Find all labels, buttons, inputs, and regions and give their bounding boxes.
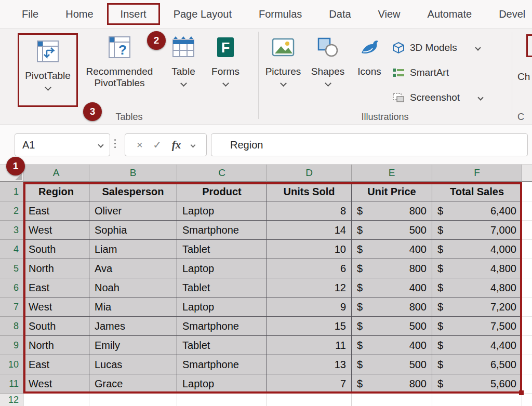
cell[interactable]: $800	[352, 201, 432, 221]
cell[interactable]: Noah	[89, 278, 177, 297]
cell[interactable]: South	[23, 240, 89, 259]
cell[interactable]: Laptop	[177, 374, 267, 394]
cell[interactable]: $800	[352, 259, 432, 278]
screenshot-item[interactable]: Screenshot	[392, 89, 483, 106]
cell[interactable]: Ava	[89, 259, 177, 278]
column-header-c[interactable]: C	[177, 165, 267, 182]
cell[interactable]: Product	[177, 182, 267, 201]
cell[interactable]	[23, 394, 89, 406]
cell[interactable]: 11	[267, 336, 352, 355]
cell[interactable]: 12	[267, 278, 352, 297]
row-header-1[interactable]: 1	[0, 182, 23, 201]
cell[interactable]: James	[89, 317, 177, 336]
cell[interactable]	[432, 394, 522, 406]
cell[interactable]: Lucas	[89, 355, 177, 374]
cell[interactable]: $7,200	[432, 297, 522, 317]
tab-automate[interactable]: Automate	[414, 3, 486, 25]
cell[interactable]	[352, 394, 432, 406]
cell[interactable]	[89, 394, 177, 406]
cell[interactable]: Units Sold	[267, 182, 352, 201]
empty-cell[interactable]	[522, 259, 532, 278]
cell[interactable]: Liam	[89, 240, 177, 259]
forms-button[interactable]: F Forms	[206, 35, 245, 86]
row-header-3[interactable]: 3	[0, 221, 23, 240]
cell[interactable]: $4,400	[432, 336, 522, 355]
row-header-11[interactable]: 11	[0, 374, 23, 394]
cell[interactable]: $6,500	[432, 355, 522, 374]
cell[interactable]: $400	[352, 336, 432, 355]
cell[interactable]: East	[23, 201, 89, 221]
column-header-f[interactable]: F	[432, 165, 522, 182]
cell[interactable]: Mia	[89, 297, 177, 317]
cell[interactable]: $6,400	[432, 201, 522, 221]
cell[interactable]: Sophia	[89, 221, 177, 240]
column-header-e[interactable]: E	[352, 165, 432, 182]
cell[interactable]: West	[23, 297, 89, 317]
empty-cell[interactable]	[522, 374, 532, 394]
shapes-button[interactable]: Shapes	[309, 35, 347, 86]
cell[interactable]: Salesperson	[89, 182, 177, 201]
empty-cell[interactable]	[522, 221, 532, 240]
cell[interactable]: Tablet	[177, 278, 267, 297]
empty-cell[interactable]	[522, 201, 532, 221]
tab-insert[interactable]: Insert	[107, 3, 160, 25]
tab-devel[interactable]: Devel	[485, 3, 532, 25]
insert-function-icon[interactable]: fx	[172, 139, 181, 152]
smartart-item[interactable]: SmartArt	[392, 64, 449, 82]
cell[interactable]: Oliver	[89, 201, 177, 221]
cell[interactable]: South	[23, 317, 89, 336]
empty-cell[interactable]	[522, 336, 532, 355]
empty-cell[interactable]	[522, 394, 532, 406]
3d-models-item[interactable]: 3D Models	[392, 39, 480, 57]
cell[interactable]	[177, 394, 267, 406]
row-header-6[interactable]: 6	[0, 278, 23, 297]
tab-data[interactable]: Data	[315, 3, 364, 25]
formula-input[interactable]: Region	[211, 133, 528, 156]
cell[interactable]: Laptop	[177, 297, 267, 317]
cell[interactable]: $7,000	[432, 221, 522, 240]
enter-icon[interactable]: ✓	[153, 139, 162, 151]
cell[interactable]: $4,000	[432, 240, 522, 259]
cell[interactable]: $5,600	[432, 374, 522, 394]
cell[interactable]: 15	[267, 317, 352, 336]
pictures-button[interactable]: Pictures	[264, 35, 302, 86]
name-box[interactable]: A1	[15, 133, 110, 156]
cell[interactable]: $4,800	[432, 259, 522, 278]
cell[interactable]: Grace	[89, 374, 177, 394]
cell[interactable]: North	[23, 259, 89, 278]
cell[interactable]: Smartphone	[177, 355, 267, 374]
cell[interactable]: Laptop	[177, 259, 267, 278]
empty-cell[interactable]	[522, 355, 532, 374]
cell[interactable]: $500	[352, 317, 432, 336]
column-header-b[interactable]: B	[89, 165, 177, 182]
cell[interactable]: 9	[267, 297, 352, 317]
cell[interactable]: $4,800	[432, 278, 522, 297]
table-button[interactable]: Table	[164, 35, 203, 86]
tab-home[interactable]: Home	[52, 3, 107, 25]
icons-button[interactable]: Icons	[352, 35, 387, 77]
tab-view[interactable]: View	[365, 3, 414, 25]
row-header-7[interactable]: 7	[0, 297, 23, 317]
cell[interactable]: 10	[267, 240, 352, 259]
row-header-4[interactable]: 4	[0, 240, 23, 259]
cell[interactable]: $400	[352, 240, 432, 259]
cell[interactable]: West	[23, 374, 89, 394]
cell[interactable]: $800	[352, 374, 432, 394]
cell[interactable]: 13	[267, 355, 352, 374]
cell[interactable]: $400	[352, 278, 432, 297]
row-header-2[interactable]: 2	[0, 201, 23, 221]
pivottable-button[interactable]: PivotTable	[18, 33, 78, 107]
cell[interactable]: $500	[352, 221, 432, 240]
cell[interactable]: Laptop	[177, 201, 267, 221]
cell[interactable]: East	[23, 355, 89, 374]
empty-cell[interactable]	[522, 240, 532, 259]
cell[interactable]: West	[23, 221, 89, 240]
cell[interactable]: North	[23, 336, 89, 355]
cell[interactable]	[267, 394, 352, 406]
tab-file[interactable]: File	[8, 3, 52, 25]
cell[interactable]: Total Sales	[432, 182, 522, 201]
cell[interactable]: Smartphone	[177, 317, 267, 336]
empty-cell[interactable]	[522, 182, 532, 201]
column-header-a[interactable]: A	[23, 165, 89, 182]
cell[interactable]: Region	[23, 182, 89, 201]
